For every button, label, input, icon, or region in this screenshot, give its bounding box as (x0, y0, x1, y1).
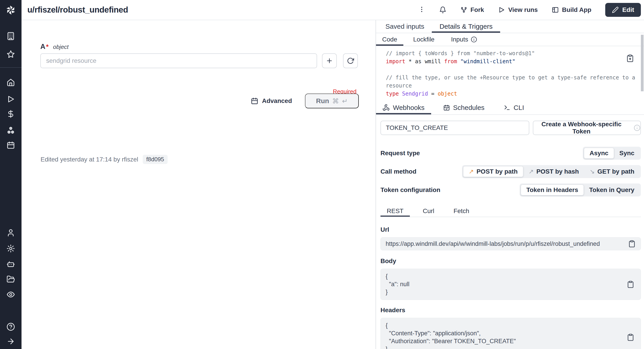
tab-lockfile[interactable]: Lockfile (406, 33, 441, 46)
run-row: Advanced Run ⌘ ↵ (22, 94, 359, 108)
code-lines: // import { toWords } from "number-to-wo… (386, 49, 619, 98)
option-token-in-headers[interactable]: Token in Headers (521, 185, 584, 195)
option-token-in-query[interactable]: Token in Query (584, 185, 640, 195)
help-circle-icon[interactable] (6, 322, 15, 331)
topbar-actions: Fork View runs Build App Edit (418, 3, 641, 17)
required-asterisk: * (46, 43, 48, 51)
tab-curl[interactable]: Curl (416, 205, 440, 217)
field-type: object (53, 44, 68, 51)
call-method-row: Call method ↗ POST by path ↗ POST by has… (380, 165, 641, 178)
plus-icon (326, 57, 333, 64)
folder-open-icon[interactable] (6, 275, 15, 283)
tab-rest[interactable]: REST (380, 205, 410, 217)
resource-input[interactable] (40, 53, 317, 68)
tab-inputs[interactable]: Inputs (445, 33, 483, 46)
copy-url-icon[interactable] (628, 240, 636, 248)
page-title: u/rfiszel/robust_undefined (27, 5, 128, 15)
add-resource-button[interactable] (322, 53, 337, 68)
body-box: { "a": null } (380, 269, 641, 300)
view-runs-button[interactable]: View runs (498, 6, 538, 14)
panel-scrollbar[interactable] (641, 35, 644, 91)
tab-schedules[interactable]: Schedules (439, 101, 489, 114)
code-line: type Sendgrid = object (386, 90, 619, 98)
edit-button[interactable]: Edit (605, 3, 641, 17)
cmd-key-icon: ⌘ (332, 97, 339, 105)
run-form-area: A * object Required Adva (22, 20, 376, 349)
option-get-by-path[interactable]: ↘ GET by path (584, 166, 640, 177)
option-post-by-path[interactable]: ↗ POST by path (463, 166, 523, 177)
code-line: import * as wmill from "windmill-client" (386, 58, 619, 66)
trigger-tabs: Webhooks Schedules CLI (376, 101, 644, 115)
tab-cli[interactable]: CLI (499, 101, 528, 114)
eye-icon[interactable] (6, 290, 15, 299)
token-config-toggle: Token in Headers Token in Query (520, 183, 641, 196)
arrow-up-right-icon: ↗ (469, 168, 474, 175)
webhook-icon (382, 104, 390, 111)
option-post-by-hash-label: POST by hash (536, 168, 579, 175)
building-icon[interactable] (6, 32, 15, 40)
advanced-button[interactable]: Advanced (251, 97, 292, 105)
body-value: { "a": null } (381, 269, 641, 300)
option-async[interactable]: Async (584, 148, 614, 159)
user-icon[interactable] (6, 229, 15, 237)
fork-button[interactable]: Fork (460, 6, 484, 14)
copy-headers-icon[interactable] (627, 333, 634, 341)
request-type-row: Request type Async Sync (380, 147, 641, 160)
token-input[interactable] (380, 121, 529, 135)
sidebar-divider (0, 67, 22, 68)
schedules-calendar-icon[interactable] (6, 141, 15, 149)
info-icon (634, 125, 640, 131)
tab-webhooks[interactable]: Webhooks (376, 101, 431, 114)
tab-webhooks-label: Webhooks (393, 104, 424, 112)
token-config-row: Token configuration Token in Headers Tok… (380, 183, 641, 196)
call-method-label: Call method (380, 168, 416, 175)
run-button[interactable]: Run ⌘ ↵ (305, 94, 359, 108)
code-token: import (386, 58, 405, 65)
tab-fetch[interactable]: Fetch (447, 205, 476, 217)
webhooks-content: Create a Webhook-specific Token Request … (376, 121, 644, 349)
code-token: object (438, 91, 457, 97)
copy-body-icon[interactable] (627, 281, 634, 288)
option-sync[interactable]: Sync (614, 148, 640, 159)
code-token: from (444, 58, 457, 65)
kebab-menu-icon[interactable] (418, 6, 425, 14)
windmill-logo-icon[interactable] (5, 4, 16, 16)
option-post-by-hash[interactable]: ↗ POST by hash (523, 166, 584, 177)
play-icon (498, 6, 505, 14)
star-icon[interactable] (6, 50, 15, 59)
edited-text: Edited yesterday at 17:14 by rfiszel (40, 156, 138, 163)
home-icon[interactable] (6, 78, 15, 87)
refresh-button[interactable] (343, 53, 358, 68)
url-box: https://app.windmill.dev/api/w/windmill-… (380, 237, 641, 250)
code-token: // fill the type, or use the +Resource t… (386, 75, 635, 81)
code-token: resource (386, 83, 412, 89)
code-line (386, 66, 619, 74)
hash-badge[interactable]: f8d095 (143, 155, 168, 164)
tab-inputs-label: Inputs (451, 36, 468, 43)
snippet-tabs: REST Curl Fetch (380, 205, 641, 217)
copy-code-icon[interactable] (626, 54, 634, 62)
tab-saved-inputs[interactable]: Saved inputs (378, 20, 432, 33)
code-token: wmill (422, 58, 444, 65)
tab-code[interactable]: Code (376, 33, 403, 46)
url-label: Url (380, 226, 641, 233)
workers-robot-icon[interactable] (6, 259, 15, 268)
fork-label: Fork (470, 6, 484, 14)
dollar-icon[interactable] (6, 110, 15, 118)
tab-schedules-label: Schedules (453, 104, 484, 112)
headers-box: { "Content-Type": "application/json", "A… (380, 318, 641, 349)
call-method-toggle: ↗ POST by path ↗ POST by hash ↘ GET by p… (462, 165, 641, 178)
arrow-up-right-icon: ↗ (528, 168, 534, 175)
code-token: * (405, 58, 415, 65)
create-token-button[interactable]: Create a Webhook-specific Token (533, 121, 641, 135)
build-app-button[interactable]: Build App (552, 6, 591, 14)
code-line: // import { toWords } from "number-to-wo… (386, 49, 619, 58)
pencil-icon (612, 7, 619, 13)
tab-details-triggers[interactable]: Details & Triggers (432, 20, 500, 33)
expand-arrow-icon[interactable] (6, 337, 15, 346)
option-get-by-path-label: GET by path (598, 168, 634, 175)
bell-icon[interactable] (439, 6, 446, 14)
runs-play-icon[interactable] (6, 95, 15, 103)
settings-gear-icon[interactable] (6, 244, 15, 253)
resources-boxes-icon[interactable] (6, 126, 15, 135)
